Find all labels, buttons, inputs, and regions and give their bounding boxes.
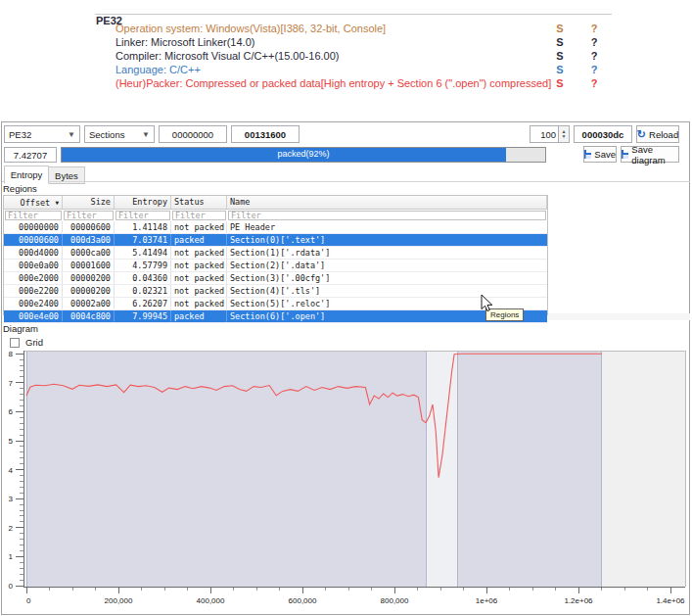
table-cell: 00000000 bbox=[4, 221, 63, 233]
progress-label: packed(92%) bbox=[62, 149, 545, 159]
save-diagram-label: Save diagram bbox=[631, 144, 678, 166]
table-row[interactable]: 000e4e000004c8007.99945packedSection(6)[… bbox=[4, 310, 547, 323]
table-cell: 0004c800 bbox=[63, 310, 115, 322]
tab-entropy[interactable]: Entropy bbox=[4, 166, 49, 184]
file-type-combo[interactable]: PE32 ▼ bbox=[4, 125, 80, 143]
column-header-size[interactable]: Size bbox=[63, 196, 115, 209]
table-cell: Section(3)['.00cfg'] bbox=[227, 272, 547, 284]
address-input[interactable] bbox=[574, 125, 632, 143]
table-cell: not packed bbox=[171, 285, 227, 297]
table-cell: 7.99945 bbox=[115, 310, 171, 322]
table-cell: 0000ca00 bbox=[63, 247, 115, 259]
save-diagram-button[interactable]: Save diagram bbox=[621, 146, 679, 163]
filter-status-input[interactable] bbox=[172, 211, 226, 220]
svg-text:7: 7 bbox=[9, 379, 14, 388]
filter-row bbox=[4, 210, 547, 221]
tab-entropy-label: Entropy bbox=[11, 169, 43, 180]
offset-input[interactable] bbox=[159, 125, 227, 143]
table-cell: PE Header bbox=[227, 221, 547, 233]
table-cell: 4.57799 bbox=[115, 260, 171, 271]
spin-down-icon[interactable]: ▼ bbox=[562, 134, 567, 139]
mouse-cursor-icon bbox=[481, 295, 493, 312]
table-header-row: Offset ▼ Size Entropy Status Name bbox=[4, 196, 547, 210]
column-header-offset[interactable]: Offset ▼ bbox=[4, 196, 63, 209]
filter-entropy-input[interactable] bbox=[115, 211, 170, 220]
svg-text:3: 3 bbox=[9, 495, 14, 503]
column-header-name[interactable]: Name bbox=[227, 196, 547, 209]
table-cell: not packed bbox=[171, 298, 227, 309]
size-input[interactable] bbox=[231, 125, 300, 143]
filter-size-input[interactable] bbox=[64, 211, 114, 220]
total-entropy-input[interactable] bbox=[4, 147, 57, 163]
table-cell: 0.02321 bbox=[115, 285, 171, 297]
view-mode-combo[interactable]: Sections ▼ bbox=[84, 125, 155, 143]
table-cell: 00000600 bbox=[4, 234, 63, 246]
table-cell: 00000600 bbox=[63, 221, 115, 233]
table-row[interactable]: 000e2000000002000.04360not packedSection… bbox=[4, 272, 547, 285]
table-cell: 000e2000 bbox=[4, 272, 63, 284]
svg-text:2: 2 bbox=[9, 524, 14, 533]
save-label: Save bbox=[594, 149, 616, 160]
filter-offset-input[interactable] bbox=[5, 211, 62, 220]
table-cell: packed bbox=[171, 310, 227, 322]
table-cell: 00002a00 bbox=[63, 298, 115, 309]
entropy-progress-bar: packed(92%) bbox=[61, 147, 546, 163]
column-header-status[interactable]: Status bbox=[171, 196, 227, 209]
svg-text:0: 0 bbox=[26, 596, 31, 605]
table-cell: 000e2400 bbox=[4, 298, 63, 309]
reload-button[interactable]: ↻ Reload bbox=[636, 125, 679, 143]
table-row[interactable]: 000e2200000002000.02321not packedSection… bbox=[4, 285, 547, 298]
save-button[interactable]: Save bbox=[583, 146, 617, 163]
table-cell: 000e2200 bbox=[4, 285, 63, 297]
chevron-down-icon: ▼ bbox=[68, 130, 75, 139]
sort-desc-icon: ▼ bbox=[55, 199, 59, 206]
table-cell: 0.04360 bbox=[115, 272, 171, 284]
table-cell: 1.41148 bbox=[115, 221, 171, 233]
table-cell: packed bbox=[171, 234, 227, 246]
table-row[interactable]: 000d40000000ca005.41494not packedSection… bbox=[4, 247, 547, 260]
spinner-buttons[interactable]: ▲ ▼ bbox=[559, 125, 570, 143]
svg-text:800,000: 800,000 bbox=[381, 596, 409, 605]
column-header-entropy[interactable]: Entropy bbox=[115, 196, 171, 209]
svg-text:200,000: 200,000 bbox=[105, 596, 133, 605]
table-cell: Section(4)['.tls'] bbox=[227, 285, 547, 297]
table-cell: 000e4e00 bbox=[4, 310, 63, 322]
grid-checkbox-label: Grid bbox=[25, 337, 43, 348]
table-row[interactable]: 00000000000006001.41148not packedPE Head… bbox=[4, 221, 547, 234]
table-cell: 5.41494 bbox=[115, 247, 171, 259]
diagram-section-label: Diagram bbox=[3, 323, 38, 334]
svg-text:4: 4 bbox=[9, 466, 14, 475]
svg-text:1.2e+06: 1.2e+06 bbox=[564, 596, 593, 605]
table-row[interactable]: 00000600000d3a007.03741packedSection(0)[… bbox=[4, 234, 547, 247]
regions-section-label: Regions bbox=[3, 183, 37, 194]
svg-text:600,000: 600,000 bbox=[289, 596, 317, 605]
reload-label: Reload bbox=[649, 129, 678, 140]
table-row[interactable]: 000e0a00000016004.57799not packedSection… bbox=[4, 260, 547, 272]
grid-checkbox[interactable] bbox=[10, 338, 20, 348]
svg-text:6: 6 bbox=[9, 407, 14, 416]
count-value: 100 bbox=[540, 129, 556, 140]
floppy-icon bbox=[584, 150, 591, 159]
table-cell: 000e0a00 bbox=[4, 260, 63, 271]
table-cell: 7.03741 bbox=[115, 234, 171, 246]
filter-name-input[interactable] bbox=[228, 211, 546, 220]
svg-text:1.4e+06: 1.4e+06 bbox=[656, 596, 685, 605]
table-cell: Section(0)['.text'] bbox=[227, 234, 547, 246]
table-cell: not packed bbox=[171, 272, 227, 284]
table-cell: Section(1)['.rdata'] bbox=[227, 247, 547, 259]
chevron-down-icon: ▼ bbox=[142, 130, 150, 139]
table-cell: 00000200 bbox=[63, 285, 115, 297]
regions-table[interactable]: Offset ▼ Size Entropy Status Name 000000… bbox=[3, 195, 548, 315]
table-row[interactable]: 000e240000002a006.26207not packedSection… bbox=[4, 298, 547, 310]
table-body: 00000000000006001.41148not packedPE Head… bbox=[4, 221, 547, 323]
table-cell: not packed bbox=[171, 221, 227, 233]
svg-text:5: 5 bbox=[9, 437, 14, 446]
table-cell: 00000200 bbox=[63, 272, 115, 284]
table-cell: 00001600 bbox=[63, 260, 115, 271]
svg-text:400,000: 400,000 bbox=[197, 596, 225, 605]
svg-text:0: 0 bbox=[9, 582, 14, 591]
svg-text:1e+06: 1e+06 bbox=[476, 596, 498, 605]
count-spinner[interactable]: 100 bbox=[530, 125, 559, 143]
file-type-value: PE32 bbox=[9, 129, 31, 140]
table-cell: 6.26207 bbox=[115, 298, 171, 309]
